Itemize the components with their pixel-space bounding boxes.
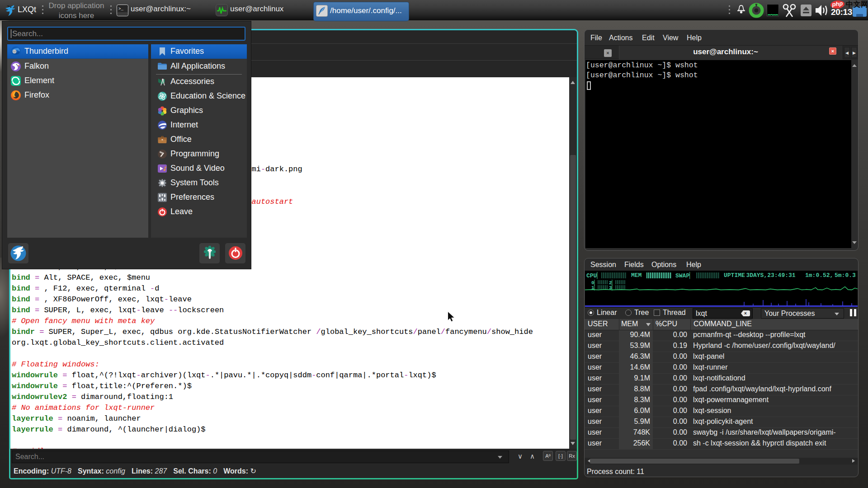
svg-text:>_: >_: [118, 7, 123, 11]
